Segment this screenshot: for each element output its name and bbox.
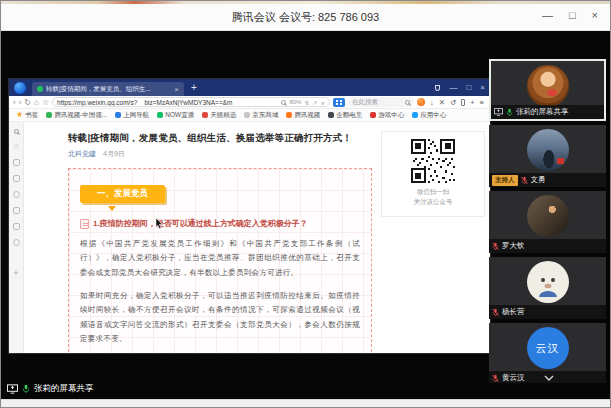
section-badge: 一、发展党员 — [80, 185, 165, 203]
forward-icon[interactable]: › — [19, 98, 22, 107]
sidebar-add-icon[interactable]: + — [13, 269, 18, 277]
address-bar[interactable]: https://mp.weixin.qq.com/s?__biz=MzAxNjY… — [52, 97, 330, 107]
qq-browser-logo-icon — [14, 82, 26, 94]
desktop-edge-strip — [1, 1, 610, 4]
sidebar-search-icon[interactable] — [14, 129, 19, 134]
screenshot-icon[interactable]: ✕ — [439, 98, 445, 107]
participants-panel: 张莉的屏幕共享 主持人 文勇 罗大钦 — [489, 59, 606, 383]
sidebar-messages-icon[interactable] — [13, 191, 20, 198]
meeting-titlebar: 腾讯会议 会议号: 825 786 093 — □ × — [1, 1, 610, 31]
home-icon[interactable]: ⌂ — [34, 98, 39, 107]
participant-tile-sharer[interactable]: 张莉的屏幕共享 — [489, 59, 606, 121]
share-page-icon[interactable]: ↗ — [312, 99, 317, 106]
qr-panel: 微信扫一扫 关注该公众号 — [381, 131, 485, 217]
url-text[interactable]: https://mp.weixin.qq.com/s?__biz=MzAxNjY… — [57, 99, 278, 106]
maximize-button[interactable]: □ — [569, 8, 576, 22]
avatar — [527, 261, 569, 303]
find-in-page-icon[interactable] — [281, 100, 286, 105]
avatar-initials: 云汉 — [527, 327, 569, 369]
search-placeholder: 在此搜索 — [352, 98, 402, 107]
article-title: 转载|疫情期间，发展党员、组织生活、换届选举等正确打开方式！ — [68, 131, 372, 144]
bookmark-item[interactable]: 腾讯视频-中国领... — [46, 111, 107, 120]
zoom-level[interactable]: 80% — [289, 99, 301, 105]
browser-shield-icon[interactable] — [435, 85, 440, 91]
mic-on-icon — [506, 108, 513, 117]
tab-close-icon[interactable]: × — [174, 85, 179, 94]
app-grid-icon[interactable] — [333, 98, 345, 107]
speed-mode-icon[interactable]: ↯ — [304, 99, 309, 106]
paragraph-1: 根据《中国共产党发展党员工作细则》和《中国共产党支部工作条例（试行）》，确定入党… — [80, 237, 360, 281]
bookmark-item[interactable]: 上网导航 — [115, 111, 149, 120]
screen-share-icon — [7, 384, 18, 394]
sidebar-history-icon[interactable] — [13, 159, 20, 166]
bookmark-item[interactable]: NOW直播 — [157, 111, 194, 120]
shared-screen-browser[interactable]: 转载|疫情期间，发展党员、组织生... × + — □ × ‹ › ↻ ⌂ ☆ — [9, 79, 490, 353]
bookmark-item[interactable]: ★书签 — [16, 111, 38, 120]
article-byline: 北科党建4月9日 — [68, 149, 372, 159]
article-highlight-card: 一、发展党员 1.疫情防控期间，是否可以通过线上方式确定入党积极分子？ 根据《中… — [68, 168, 372, 353]
bookmark-item[interactable]: 天猫精选 — [202, 111, 236, 120]
mic-muted-icon — [492, 308, 499, 317]
site-icon — [286, 112, 292, 118]
meeting-window: 腾讯会议 会议号: 825 786 093 — □ × 转载|疫情期间，发展党员… — [0, 0, 611, 408]
participant-name: 黄云汉 — [502, 373, 525, 383]
site-icon — [412, 112, 418, 118]
refresh-icon[interactable]: ↻ — [24, 98, 31, 107]
meeting-stage: 转载|疫情期间，发展党员、组织生... × + — □ × ‹ › ↻ ⌂ ☆ — [1, 31, 610, 399]
browser-close-button[interactable]: × — [480, 83, 485, 92]
site-icon — [157, 112, 163, 118]
browser-tabbar: 转载|疫情期间，发展党员、组织生... × + — □ × — [9, 79, 490, 96]
menu-icon[interactable]: ≡ — [480, 98, 484, 107]
paragraph-2: 如果时间充分，确定入党积极分子，可以适当推迟到疫情防控结束后。如疫情持续时间较长… — [80, 289, 360, 348]
bookmark-star-icon[interactable]: ☆ — [42, 98, 49, 107]
url-dropdown-icon[interactable]: ∨ — [320, 99, 324, 106]
avatar — [527, 195, 569, 237]
bookmark-item[interactable]: 游戏中心 — [370, 111, 404, 120]
back-icon[interactable]: ‹ — [13, 98, 16, 107]
participant-name: 文勇 — [531, 175, 546, 185]
tab-title: 转载|疫情期间，发展党员、组织生... — [46, 85, 171, 94]
participant-tile[interactable]: 杨长营 — [489, 257, 606, 319]
send-to-phone-icon[interactable] — [461, 99, 465, 106]
bookmark-item[interactable]: 应用中心 — [412, 111, 446, 120]
search-input[interactable]: 在此搜索 — [348, 97, 414, 107]
window-bottom-edge — [1, 399, 610, 407]
meeting-title: 腾讯会议 会议号: 825 786 093 — [1, 10, 610, 25]
browser-minimize-button[interactable]: — — [449, 83, 457, 92]
participant-tile[interactable]: 罗大钦 — [489, 191, 606, 253]
browser-tab[interactable]: 转载|疫情期间，发展党员、组织生... × — [32, 82, 184, 96]
share-status-banner: 张莉的屏幕共享 — [7, 383, 94, 395]
mic-muted-icon — [492, 374, 499, 383]
browser-maximize-button[interactable]: □ — [466, 83, 471, 92]
minimize-button[interactable]: — — [542, 8, 553, 22]
participant-tile-host[interactable]: 主持人 文勇 — [489, 125, 606, 187]
sidebar-notes-icon[interactable] — [13, 207, 20, 214]
avatar — [527, 129, 569, 171]
qq-pet-icon[interactable] — [417, 98, 425, 106]
browser-navbar: ‹ › ↻ ⌂ ☆ https://mp.weixin.qq.com/s?__b… — [9, 96, 490, 109]
mouse-cursor-icon — [155, 215, 163, 233]
download-icon[interactable]: ↓ — [430, 98, 434, 107]
participant-name: 张莉的屏幕共享 — [516, 107, 569, 117]
new-tab-button[interactable]: + — [191, 83, 197, 93]
share-banner-text: 张莉的屏幕共享 — [34, 383, 94, 395]
question-1: 1.疫情防控期间，是否可以通过线上方式确定入党积极分子？ — [80, 218, 360, 230]
sidebar-tools-icon[interactable] — [13, 223, 20, 230]
site-icon — [328, 112, 334, 118]
bookmark-item[interactable]: 企鹅电竞 — [328, 111, 362, 120]
chevron-down-icon[interactable] — [544, 375, 554, 381]
undo-icon[interactable]: ↺ — [450, 98, 456, 107]
bookmark-item[interactable]: 腾讯视频 — [286, 111, 320, 120]
sidebar-favorites-icon[interactable]: ☆ — [12, 143, 19, 150]
sidebar-user-icon[interactable] — [13, 239, 20, 246]
browser-side-toolbar: ☆ + — [9, 122, 24, 353]
article-author[interactable]: 北科党建 — [68, 150, 96, 157]
sidebar-downloads-icon[interactable] — [13, 175, 20, 182]
search-icon[interactable] — [405, 100, 410, 105]
bookmark-item[interactable]: 京东商城 — [244, 111, 278, 120]
site-icon — [115, 112, 121, 118]
participant-name: 杨长营 — [502, 307, 525, 317]
close-button[interactable]: × — [592, 8, 598, 22]
add-icon[interactable]: + — [470, 98, 474, 107]
participant-tile[interactable]: 云汉 黄云汉 — [489, 323, 606, 383]
